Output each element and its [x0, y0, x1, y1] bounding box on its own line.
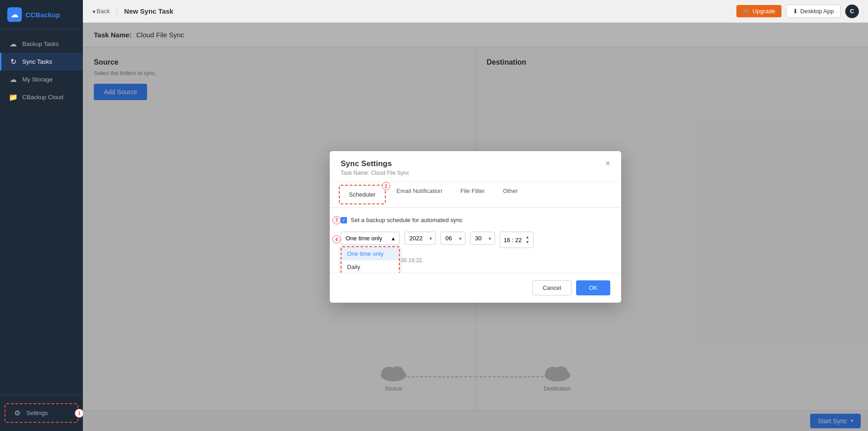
modal-body: 3 ✓ Set a backup schedule for automated … [330, 208, 621, 273]
content-area: Task Name: Cloud File Sync Source Select… [83, 23, 868, 431]
tab-other[interactable]: Other [494, 182, 527, 208]
schedule-checkbox[interactable]: ✓ [341, 217, 347, 223]
step-badge-2: 2 [382, 182, 390, 190]
modal-footer: Cancel OK [330, 273, 621, 303]
month-select[interactable]: 06 [440, 232, 465, 245]
freq-option-daily[interactable]: Daily [342, 260, 399, 273]
year-select[interactable]: 2022 [404, 232, 436, 245]
folder-icon: 📁 [9, 93, 18, 101]
sidebar-nav: ☁ Backup Tasks ↻ Sync Tasks ☁ My Storage… [0, 30, 83, 395]
sidebar-item-cbackup-cloud[interactable]: 📁 CBackup Cloud [0, 88, 83, 106]
day-select-wrapper: 30 [470, 232, 495, 245]
time-input[interactable]: 16 : 22 ▲ ▼ [500, 232, 534, 248]
sidebar-item-sync-tasks[interactable]: ↻ Sync Tasks [0, 53, 83, 71]
cancel-button[interactable]: Cancel [532, 280, 572, 295]
topbar-right: 🛒 Upgrade ⬇ Desktop App C [736, 5, 859, 18]
sidebar-item-my-storage[interactable]: ☁ My Storage [0, 71, 83, 88]
upgrade-icon: 🛒 [743, 8, 750, 15]
sidebar-item-settings[interactable]: ⚙ Settings 1 [5, 403, 78, 423]
modal-overlay: Sync Settings Task Name: Cloud File Sync… [83, 23, 868, 431]
logo-icon: ☁ [7, 7, 22, 22]
cloud-icon: ☁ [9, 40, 18, 48]
sidebar-item-label: My Storage [22, 76, 52, 83]
topbar-left: ◂ Back | New Sync Task [92, 7, 174, 15]
schedule-checkbox-row: 3 ✓ Set a backup schedule for automated … [341, 217, 610, 223]
modal-title: Sync Settings [341, 159, 409, 168]
frequency-dropdown-arrow: ▲ [391, 236, 396, 241]
back-button[interactable]: ◂ Back [92, 8, 110, 15]
ok-button[interactable]: OK [576, 280, 610, 295]
topbar-divider: | [116, 8, 118, 15]
modal-close-button[interactable]: × [605, 159, 610, 167]
frequency-selected-value: One time only [346, 235, 382, 242]
frequency-dropdown-wrapper: One time only ▲ One time only Daily Week… [341, 232, 400, 245]
sidebar-item-label: Sync Tasks [22, 58, 52, 65]
step-badge-1: 1 [75, 409, 84, 418]
sidebar-bottom: ⚙ Settings 1 [0, 395, 83, 431]
tab-email-notification[interactable]: Email Notification [388, 182, 451, 208]
desktop-app-button[interactable]: ⬇ Desktop App [786, 5, 841, 18]
sidebar-settings-label: Settings [26, 410, 48, 416]
modal-tabs: Scheduler 2 Email Notification File Filt… [330, 182, 621, 208]
sync-settings-modal: Sync Settings Task Name: Cloud File Sync… [330, 151, 621, 303]
main-area: ◂ Back | New Sync Task 🛒 Upgrade ⬇ Deskt… [83, 0, 868, 431]
time-up-arrow[interactable]: ▲ [526, 235, 530, 240]
year-select-wrapper: 2022 [404, 232, 436, 245]
upgrade-button[interactable]: 🛒 Upgrade [736, 5, 781, 17]
frequency-select[interactable]: One time only ▲ [341, 232, 400, 245]
schedule-controls: 4 One time only ▲ One time only Daily We… [341, 232, 610, 248]
storage-icon: ☁ [9, 75, 18, 84]
schedule-check-label: Set a backup schedule for automated sync [351, 217, 463, 223]
modal-task-name: Task Name: Cloud File Sync [341, 170, 409, 176]
month-select-wrapper: 06 [440, 232, 465, 245]
freq-option-one-time[interactable]: One time only [342, 247, 399, 260]
sidebar-item-label: CBackup Cloud [22, 94, 63, 101]
time-down-arrow[interactable]: ▼ [526, 240, 530, 245]
settings-icon: ⚙ [13, 409, 22, 417]
modal-header-text: Sync Settings Task Name: Cloud File Sync [341, 159, 409, 176]
logo-text: CCBackup [26, 11, 60, 19]
download-icon: ⬇ [793, 8, 798, 15]
tab-scheduler[interactable]: Scheduler 2 [339, 185, 386, 204]
sidebar: ☁ CCBackup ☁ Backup Tasks ↻ Sync Tasks ☁… [0, 0, 83, 431]
tab-file-filter[interactable]: File Filter [451, 182, 494, 208]
avatar[interactable]: C [845, 5, 859, 18]
time-value: 16 : 22 [504, 237, 522, 243]
sync-icon: ↻ [9, 57, 18, 66]
sidebar-item-label: Backup Tasks [22, 41, 59, 47]
sidebar-item-backup-tasks[interactable]: ☁ Backup Tasks [0, 35, 83, 53]
sidebar-logo: ☁ CCBackup [0, 0, 83, 30]
topbar: ◂ Back | New Sync Task 🛒 Upgrade ⬇ Deskt… [83, 0, 868, 23]
time-spinner: ▲ ▼ [526, 235, 530, 245]
frequency-dropdown-list: One time only Daily Weekly Monthly [341, 246, 400, 273]
step-badge-3: 3 [332, 216, 341, 224]
step-badge-4: 4 [332, 235, 341, 243]
day-select[interactable]: 30 [470, 232, 495, 245]
page-title: New Sync Task [124, 7, 174, 15]
modal-header: Sync Settings Task Name: Cloud File Sync… [330, 151, 621, 182]
